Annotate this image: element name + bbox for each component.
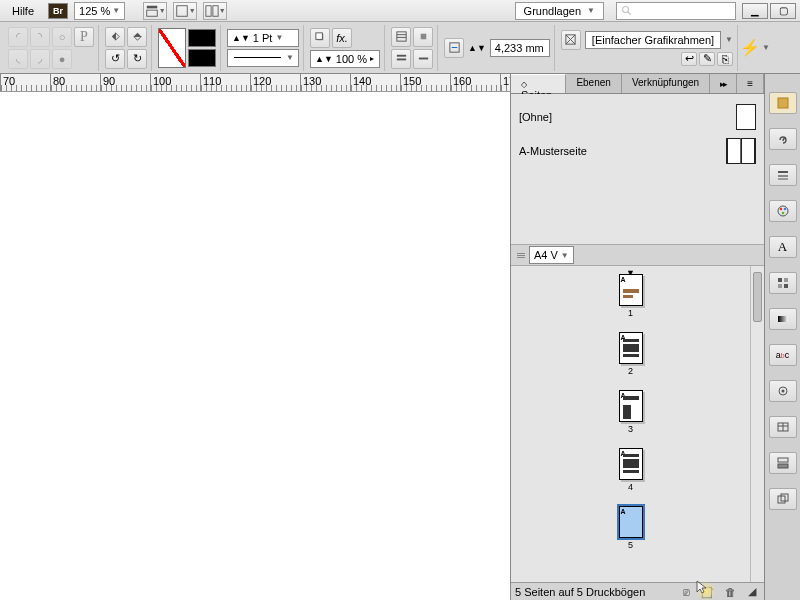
color-rail-icon[interactable] [769, 200, 797, 222]
tab-pages[interactable]: ◇ Seiten [511, 74, 566, 93]
wrap-shape-button[interactable] [391, 49, 411, 69]
panel-menu-button[interactable]: ≡ [737, 74, 764, 93]
zoom-level-field[interactable]: 125 % ▼ [74, 2, 125, 20]
master-a-thumb[interactable] [726, 138, 756, 164]
links-rail-icon[interactable] [769, 128, 797, 150]
minimize-button[interactable]: ▁ [742, 3, 768, 19]
maximize-button[interactable]: ▢ [770, 3, 796, 19]
stroke-style-dropdown[interactable]: ▼ [227, 49, 299, 67]
table-rail-icon[interactable] [769, 416, 797, 438]
svg-rect-39 [778, 458, 788, 462]
stroke-weight-value: 1 Pt [253, 32, 273, 44]
effects-group: fx. ▲▼ 100 % ▸ [306, 25, 385, 71]
cell-styles-rail-icon[interactable] [769, 452, 797, 474]
width-field[interactable]: 4,233 mm [490, 39, 550, 57]
new-page-button[interactable] [700, 585, 716, 599]
master-none-thumb[interactable] [736, 104, 756, 130]
chevron-down-icon: ▼ [112, 6, 120, 15]
page-thumbnail[interactable]: A [619, 390, 643, 422]
ellipse-button[interactable]: ○ [52, 27, 72, 47]
new-style-button[interactable]: ✎ [699, 52, 715, 66]
edit-page-size-button[interactable]: ⎚ [678, 585, 694, 599]
rotate-ccw-button[interactable]: ↺ [105, 49, 125, 69]
tab-links[interactable]: Verknüpfungen [622, 74, 710, 93]
ruler-tick: 110 [200, 74, 250, 91]
panel-icon-rail: A abc [764, 74, 800, 600]
pages-rail-icon[interactable] [769, 92, 797, 114]
flip-h-button[interactable] [105, 27, 125, 47]
pages-panel: ◇ Seiten Ebenen Verknüpfungen ▸▸ ≡ [Ohne… [510, 74, 764, 600]
menu-help[interactable]: Hilfe [4, 3, 42, 19]
swatches-rail-icon[interactable] [769, 272, 797, 294]
glyphs-rail-icon[interactable]: abc [769, 344, 797, 366]
page-item[interactable]: A2 [511, 332, 750, 376]
circle-button[interactable]: ● [52, 49, 72, 69]
character-rail-icon[interactable]: A [769, 236, 797, 258]
svg-point-5 [623, 6, 629, 12]
opacity-field[interactable]: ▲▼ 100 % ▸ [310, 50, 380, 68]
svg-rect-3 [206, 5, 211, 16]
flip-v-button[interactable] [127, 27, 147, 47]
rotate-cw-button[interactable]: ↻ [127, 49, 147, 69]
page-number-label: 5 [628, 540, 633, 550]
bridge-button[interactable]: Br [48, 3, 68, 19]
stroke-weight-field[interactable]: ▲▼ 1 Pt ▼ [227, 29, 299, 47]
drop-shadow-button[interactable] [310, 28, 330, 48]
view-options-button-1[interactable]: ▼ [143, 2, 167, 20]
wrap-bbox-button[interactable] [413, 27, 433, 47]
page-thumbnail[interactable]: A [619, 506, 643, 538]
page-item[interactable]: A3 [511, 390, 750, 434]
svg-point-25 [778, 206, 788, 216]
gradient-rail-icon[interactable] [769, 308, 797, 330]
corner-tr-button[interactable]: ◝ [30, 27, 50, 47]
constrain-frame-icon[interactable] [444, 38, 464, 58]
workspace-switcher[interactable]: Grundlagen ▼ [515, 2, 604, 20]
wrap-jump-button[interactable] [413, 49, 433, 69]
grip-icon[interactable] [517, 253, 525, 258]
page-thumbnail[interactable]: A [619, 332, 643, 364]
right-dock: ◇ Seiten Ebenen Verknüpfungen ▸▸ ≡ [Ohne… [510, 74, 800, 600]
type-tool-button[interactable]: P [74, 27, 94, 47]
page-item[interactable]: A1 [511, 274, 750, 318]
svg-rect-13 [396, 55, 405, 57]
corner-bl-button[interactable]: ◟ [8, 49, 28, 69]
shape-tools-group: ◜ ◝ ○ P ◟ ◞ ● [4, 25, 99, 71]
arrange-button[interactable]: ▼ [203, 2, 227, 20]
delete-page-button[interactable]: 🗑 [722, 585, 738, 599]
quick-apply-icon[interactable]: ⚡ [740, 38, 760, 57]
page-item[interactable]: A4 [511, 448, 750, 492]
master-none-row[interactable]: [Ohne] [519, 100, 756, 134]
stroke-rail-icon[interactable] [769, 164, 797, 186]
page-item[interactable]: A5 [511, 506, 750, 550]
corner-tl-button[interactable]: ◜ [8, 27, 28, 47]
object-style-label: [Einfacher Grafikrahmen] [592, 34, 714, 46]
page-thumbnail[interactable]: A [619, 448, 643, 480]
pages-list[interactable]: ▼ A1A2A3A4A5 [511, 266, 750, 582]
search-input[interactable] [616, 2, 736, 20]
view-options-button-2[interactable]: ▼ [173, 2, 197, 20]
ruler-tick: 80 [50, 74, 100, 91]
tab-layers[interactable]: Ebenen [566, 74, 621, 93]
workspace-label: Grundlagen [524, 5, 582, 17]
stroke-swatch[interactable] [188, 29, 216, 47]
frame-style-group: [Einfacher Grafikrahmen] ▼ ↩ ✎ ⎘ [557, 25, 738, 71]
svg-rect-2 [176, 5, 187, 16]
stroke-swatch-2[interactable] [188, 49, 216, 67]
document-canvas[interactable] [0, 92, 510, 600]
pages-scrollbar[interactable] [750, 266, 764, 582]
corner-br-button[interactable]: ◞ [30, 49, 50, 69]
collapse-panel-button[interactable]: ▸▸ [710, 74, 737, 93]
page-thumbnail[interactable]: A [619, 274, 643, 306]
page-size-dropdown[interactable]: A4 V ▼ [529, 246, 574, 264]
style-options-button[interactable]: ⎘ [717, 52, 733, 66]
fill-swatch[interactable] [158, 28, 186, 68]
clear-override-button[interactable]: ↩ [681, 52, 697, 66]
master-a-row[interactable]: A-Musterseite [519, 134, 756, 168]
object-styles-rail-icon[interactable] [769, 488, 797, 510]
wrap-none-button[interactable] [391, 27, 411, 47]
object-style-icon[interactable] [561, 30, 581, 50]
object-style-dropdown[interactable]: [Einfacher Grafikrahmen] [585, 31, 721, 49]
story-rail-icon[interactable] [769, 380, 797, 402]
effects-button[interactable]: fx. [332, 28, 352, 48]
svg-rect-15 [418, 58, 427, 60]
